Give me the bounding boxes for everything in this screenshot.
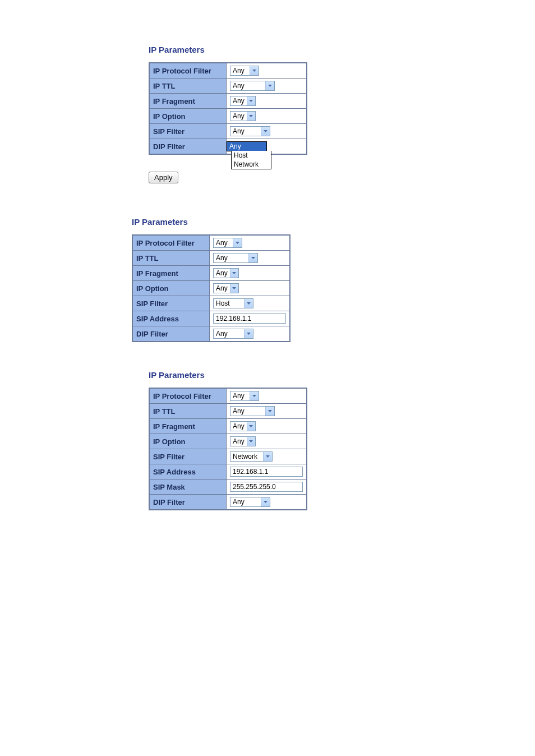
dip-filter-select-open[interactable]: Any bbox=[227, 141, 267, 151]
svg-marker-3 bbox=[249, 115, 253, 117]
dip-filter-dropdown-list[interactable]: Host Network bbox=[231, 151, 271, 169]
svg-marker-10 bbox=[247, 333, 251, 335]
svg-marker-14 bbox=[249, 440, 253, 442]
svg-marker-7 bbox=[232, 272, 236, 274]
label-ip-option: IP Option bbox=[132, 281, 210, 296]
label-ip-fragment: IP Fragment bbox=[149, 419, 227, 434]
ip-parameters-section-3: IP Parameters IP Protocol Filter Any IP … bbox=[132, 370, 446, 510]
label-sip-address: SIP Address bbox=[149, 464, 227, 480]
label-ip-protocol-filter: IP Protocol Filter bbox=[149, 63, 227, 79]
ip-protocol-filter-select[interactable]: Any bbox=[230, 391, 259, 401]
ip-parameters-table: IP Protocol Filter Any IP TTL Any bbox=[149, 388, 307, 510]
sip-address-input[interactable] bbox=[213, 314, 286, 324]
svg-marker-9 bbox=[247, 302, 251, 305]
label-sip-filter: SIP Filter bbox=[132, 296, 210, 311]
sip-mask-input[interactable] bbox=[230, 482, 303, 492]
ip-protocol-filter-select[interactable]: Any bbox=[213, 238, 242, 248]
label-ip-ttl: IP TTL bbox=[149, 79, 227, 94]
ip-option-select[interactable]: Any bbox=[230, 436, 256, 446]
dip-filter-option-host[interactable]: Host bbox=[232, 151, 271, 160]
label-dip-filter: DIP Filter bbox=[149, 495, 227, 510]
svg-marker-16 bbox=[264, 501, 268, 503]
label-dip-filter: DIP Filter bbox=[149, 139, 227, 155]
svg-marker-1 bbox=[268, 85, 272, 87]
chevron-down-icon bbox=[244, 299, 253, 308]
svg-marker-12 bbox=[268, 410, 272, 412]
label-ip-ttl: IP TTL bbox=[132, 251, 210, 266]
ip-option-select[interactable]: Any bbox=[230, 111, 256, 121]
section-title: IP Parameters bbox=[149, 370, 446, 380]
dip-filter-select[interactable]: Any bbox=[230, 497, 270, 507]
label-ip-fragment: IP Fragment bbox=[149, 94, 227, 109]
ip-fragment-select[interactable]: Any bbox=[230, 421, 256, 431]
label-ip-protocol-filter: IP Protocol Filter bbox=[132, 235, 210, 251]
svg-marker-5 bbox=[236, 242, 239, 244]
chevron-down-icon bbox=[247, 96, 255, 105]
label-ip-protocol-filter: IP Protocol Filter bbox=[149, 388, 227, 404]
chevron-down-icon bbox=[244, 329, 253, 338]
dip-filter-select[interactable]: Any bbox=[213, 329, 253, 339]
chevron-down-icon bbox=[250, 66, 259, 75]
label-ip-option: IP Option bbox=[149, 434, 227, 449]
svg-marker-2 bbox=[249, 100, 253, 102]
chevron-down-icon bbox=[263, 452, 272, 461]
ip-fragment-select[interactable]: Any bbox=[230, 96, 256, 106]
label-sip-address: SIP Address bbox=[132, 311, 210, 326]
chevron-down-icon bbox=[247, 437, 255, 446]
ip-protocol-filter-select[interactable]: Any bbox=[230, 66, 259, 76]
chevron-down-icon bbox=[265, 81, 274, 90]
ip-parameters-section-1: IP Parameters IP Protocol Filter Any IP … bbox=[132, 45, 446, 183]
sip-address-input[interactable] bbox=[230, 467, 303, 477]
apply-button[interactable]: Apply bbox=[149, 172, 178, 183]
label-ip-ttl: IP TTL bbox=[149, 404, 227, 419]
svg-marker-11 bbox=[252, 395, 256, 397]
ip-ttl-select[interactable]: Any bbox=[230, 406, 275, 416]
chevron-down-icon bbox=[247, 112, 255, 121]
sip-filter-select[interactable]: Any bbox=[230, 126, 270, 136]
chevron-down-icon bbox=[230, 284, 238, 293]
label-ip-option: IP Option bbox=[149, 109, 227, 124]
svg-marker-8 bbox=[232, 287, 236, 289]
ip-option-select[interactable]: Any bbox=[213, 283, 239, 293]
ip-ttl-select[interactable]: Any bbox=[213, 253, 258, 263]
chevron-down-icon bbox=[265, 407, 274, 416]
chevron-down-icon bbox=[230, 269, 238, 278]
label-sip-filter: SIP Filter bbox=[149, 449, 227, 464]
chevron-down-icon bbox=[261, 497, 270, 506]
dip-filter-option-network[interactable]: Network bbox=[232, 160, 271, 169]
svg-marker-15 bbox=[266, 455, 270, 458]
ip-parameters-table: IP Protocol Filter Any IP TTL Any bbox=[132, 234, 290, 342]
chevron-down-icon bbox=[247, 422, 255, 431]
dip-filter-option-any[interactable]: Any bbox=[227, 142, 266, 151]
ip-parameters-table: IP Protocol Filter Any IP TTL Any bbox=[149, 62, 307, 155]
chevron-down-icon bbox=[248, 253, 257, 262]
svg-marker-13 bbox=[249, 425, 253, 427]
ip-parameters-section-2: IP Parameters IP Protocol Filter Any IP … bbox=[132, 217, 446, 342]
chevron-down-icon bbox=[233, 238, 242, 247]
label-sip-mask: SIP Mask bbox=[149, 480, 227, 495]
sip-filter-select[interactable]: Network bbox=[230, 451, 273, 462]
ip-fragment-select[interactable]: Any bbox=[213, 268, 239, 278]
svg-marker-6 bbox=[251, 257, 255, 259]
ip-ttl-select[interactable]: Any bbox=[230, 81, 275, 91]
label-sip-filter: SIP Filter bbox=[149, 124, 227, 139]
section-title: IP Parameters bbox=[149, 45, 446, 54]
svg-marker-4 bbox=[264, 130, 268, 132]
sip-filter-select[interactable]: Host bbox=[213, 298, 253, 308]
svg-marker-0 bbox=[252, 70, 256, 72]
chevron-down-icon bbox=[261, 127, 270, 136]
label-dip-filter: DIP Filter bbox=[132, 326, 210, 342]
section-title: IP Parameters bbox=[132, 217, 446, 227]
label-ip-fragment: IP Fragment bbox=[132, 266, 210, 281]
chevron-down-icon bbox=[250, 391, 259, 400]
